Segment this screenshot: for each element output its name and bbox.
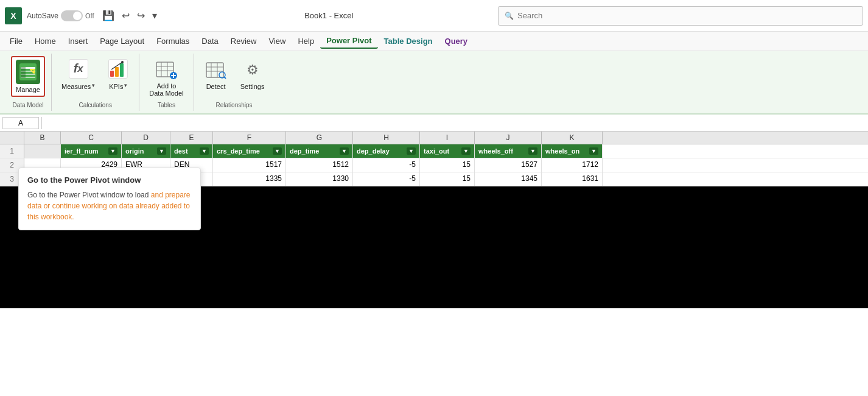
add-to-data-model-button[interactable]: Add to Data Model <box>145 56 187 99</box>
col-header-h[interactable]: H <box>353 132 420 144</box>
menu-item-power-pivot[interactable]: Power Pivot <box>320 34 377 49</box>
menu-item-page-layout[interactable]: Page Layout <box>94 34 150 48</box>
cell-j3[interactable]: 1345 <box>475 172 542 186</box>
cell-g2[interactable]: 1512 <box>286 158 353 172</box>
cell-i1[interactable]: taxi_out ▼ <box>420 144 475 158</box>
cell-j2[interactable]: 1527 <box>475 158 542 172</box>
dropdown-g[interactable]: ▼ <box>340 147 349 155</box>
cell-b1[interactable] <box>24 144 61 158</box>
dropdown-j[interactable]: ▼ <box>528 147 537 155</box>
dropdown-e[interactable]: ▼ <box>200 147 209 155</box>
menu-item-help[interactable]: Help <box>292 34 320 48</box>
customize-button[interactable]: ▾ <box>149 7 160 24</box>
kpis-dropdown-arrow[interactable]: ▾ <box>124 82 127 88</box>
cell-i3[interactable]: 15 <box>420 172 475 186</box>
detect-button[interactable]: Detect <box>200 56 232 93</box>
manage-icon <box>16 60 40 84</box>
table-row-header: 1 ier_fl_num ▼ origin ▼ dest ▼ crs_dep_t… <box>0 144 868 158</box>
manage-label: Manage <box>16 86 40 93</box>
tooltip-popup: Go to the Power Pivot window Go to the P… <box>18 168 201 230</box>
redo-button[interactable]: ↪ <box>134 7 148 24</box>
ribbon-group-items-tables: Add to Data Model <box>145 56 187 99</box>
cell-k2[interactable]: 1712 <box>542 158 603 172</box>
row-num-header <box>0 132 24 144</box>
col-header-f[interactable]: F <box>213 132 286 144</box>
undo-button[interactable]: ↩ <box>119 7 133 24</box>
ribbon-group-items-calc: fx Measures ▾ KPIs <box>58 56 133 99</box>
header-dest: dest <box>174 147 188 155</box>
cell-c1[interactable]: ier_fl_num ▼ <box>61 144 122 158</box>
ribbon-group-items-rel: Detect ⚙ Settings <box>200 56 268 99</box>
menu-item-table-design[interactable]: Table Design <box>378 34 439 48</box>
col-header-j[interactable]: J <box>475 132 542 144</box>
menu-item-formulas[interactable]: Formulas <box>150 34 195 48</box>
cell-d1[interactable]: origin ▼ <box>122 144 170 158</box>
menu-bar: File Home Insert Page Layout Formulas Da… <box>0 32 868 51</box>
menu-item-insert[interactable]: Insert <box>62 34 94 48</box>
cell-g3[interactable]: 1330 <box>286 172 353 186</box>
search-icon: 🔍 <box>505 12 514 20</box>
menu-item-query[interactable]: Query <box>439 34 474 48</box>
kpis-button[interactable]: KPIs ▾ <box>103 56 133 93</box>
relationships-group-label: Relationships <box>200 102 268 108</box>
settings-button[interactable]: ⚙ Settings <box>237 56 268 93</box>
col-header-k[interactable]: K <box>542 132 603 144</box>
autosave-toggle[interactable] <box>61 10 83 21</box>
col-header-i[interactable]: I <box>420 132 475 144</box>
cell-f3[interactable]: 1335 <box>213 172 286 186</box>
cell-g1[interactable]: dep_time ▼ <box>286 144 353 158</box>
header-ier-fl-num: ier_fl_num <box>65 147 99 155</box>
detect-icon <box>205 59 227 81</box>
col-header-b[interactable]: B <box>24 132 61 144</box>
menu-item-home[interactable]: Home <box>29 34 62 48</box>
dropdown-h[interactable]: ▼ <box>407 147 416 155</box>
col-header-e[interactable]: E <box>170 132 213 144</box>
cell-h1[interactable]: dep_delay ▼ <box>353 144 420 158</box>
dropdown-d[interactable]: ▼ <box>157 147 166 155</box>
formula-input[interactable] <box>44 119 866 127</box>
measures-icon: fx <box>69 59 88 79</box>
cell-f1[interactable]: crs_dep_time ▼ <box>213 144 286 158</box>
header-taxi-out: taxi_out <box>424 147 449 155</box>
formula-bar <box>0 115 868 132</box>
svg-point-10 <box>121 61 124 63</box>
window-title: Book1 - Excel <box>165 11 493 20</box>
menu-item-data[interactable]: Data <box>195 34 224 48</box>
measures-dropdown-arrow[interactable]: ▾ <box>92 82 95 88</box>
col-header-c[interactable]: C <box>61 132 122 144</box>
svg-line-25 <box>224 77 226 79</box>
add-to-data-model-icon <box>155 58 177 80</box>
ribbon-group-data-model: Manage Data Model <box>5 54 52 111</box>
cell-i2[interactable]: 15 <box>420 158 475 172</box>
manage-button[interactable]: Manage <box>11 56 45 97</box>
cell-k3[interactable]: 1631 <box>542 172 603 186</box>
settings-icon: ⚙ <box>242 59 264 81</box>
dropdown-k[interactable]: ▼ <box>589 147 598 155</box>
cell-h3[interactable]: -5 <box>353 172 420 186</box>
col-header-g[interactable]: G <box>286 132 353 144</box>
col-header-d[interactable]: D <box>122 132 170 144</box>
measures-button[interactable]: fx Measures ▾ <box>58 56 99 93</box>
search-input[interactable] <box>517 11 856 20</box>
menu-item-review[interactable]: Review <box>225 34 263 48</box>
menu-item-file[interactable]: File <box>4 34 29 48</box>
dropdown-c[interactable]: ▼ <box>108 147 117 155</box>
settings-label: Settings <box>240 83 265 90</box>
tooltip-body: Go to the Power Pivot window to load and… <box>27 189 192 222</box>
title-bar: X AutoSave Off 💾 ↩ ↪ ▾ Book1 - Excel 🔍 <box>0 0 868 32</box>
dropdown-f[interactable]: ▼ <box>273 147 282 155</box>
header-wheels-on: wheels_on <box>545 147 579 155</box>
svg-rect-6 <box>21 67 26 78</box>
cell-k1[interactable]: wheels_on ▼ <box>542 144 603 158</box>
cell-f2[interactable]: 1517 <box>213 158 286 172</box>
save-button[interactable]: 💾 <box>99 7 117 24</box>
row-num-1: 1 <box>0 144 24 158</box>
cell-h2[interactable]: -5 <box>353 158 420 172</box>
cell-j1[interactable]: wheels_off ▼ <box>475 144 542 158</box>
cell-e1[interactable]: dest ▼ <box>170 144 213 158</box>
dropdown-i[interactable]: ▼ <box>461 147 471 155</box>
svg-rect-8 <box>115 67 119 77</box>
search-bar[interactable]: 🔍 <box>498 6 863 26</box>
name-box[interactable] <box>2 117 39 129</box>
menu-item-view[interactable]: View <box>262 34 292 48</box>
